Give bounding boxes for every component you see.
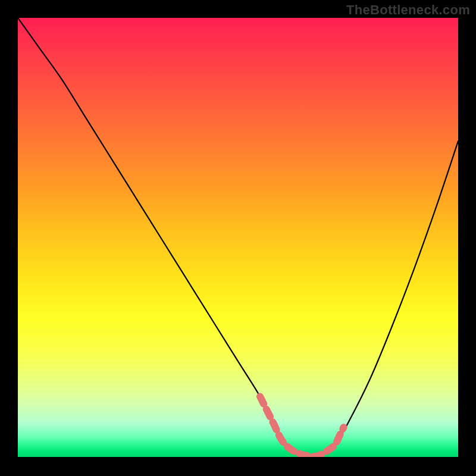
bottleneck-curve — [18, 18, 458, 457]
plot-area — [18, 18, 458, 458]
curve-layer — [18, 18, 458, 458]
sweet-spot-highlight — [260, 396, 344, 456]
watermark-label: TheBottleneck.com — [346, 2, 470, 18]
y-axis — [17, 18, 18, 458]
plot-outer — [18, 18, 458, 458]
x-axis — [18, 457, 458, 458]
chart-frame: TheBottleneck.com — [0, 0, 476, 476]
